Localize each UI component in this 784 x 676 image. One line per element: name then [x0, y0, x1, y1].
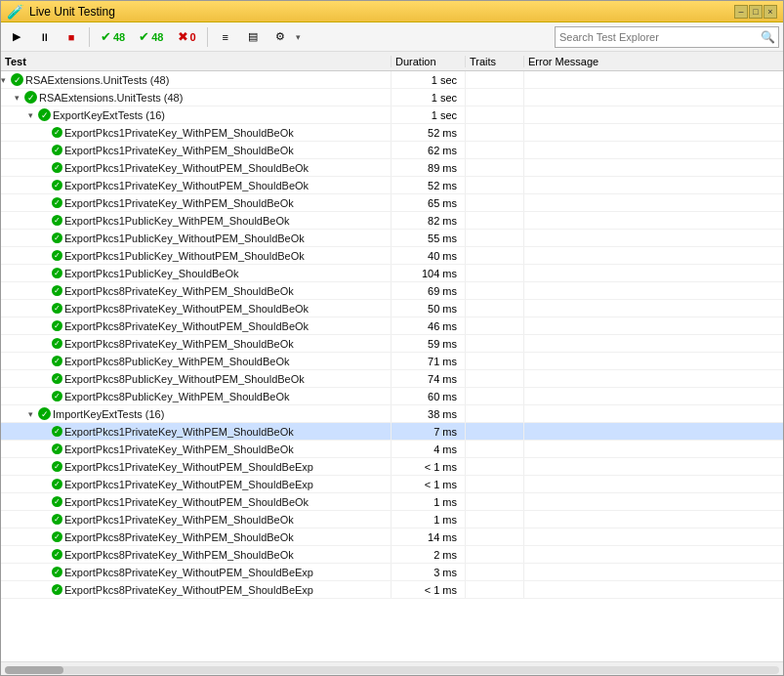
table-row[interactable]: ✓ExportPkcs8PrivateKey_WithPEM_ShouldBeO… — [1, 528, 783, 546]
test-name: ImportKeyExtTests (16) — [53, 408, 164, 420]
table-row[interactable]: ✓ExportPkcs1PrivateKey_WithoutPEM_Should… — [1, 177, 783, 194]
table-row[interactable]: ✓ExportPkcs1PrivateKey_WithoutPEM_Should… — [1, 458, 783, 476]
table-row[interactable]: ✓ExportPkcs8PrivateKey_WithoutPEM_Should… — [1, 581, 783, 599]
pass-icon: ✓ — [52, 285, 62, 296]
table-row[interactable]: ▾✓RSAExtensions.UnitTests (48)1 sec — [1, 89, 783, 106]
table-row[interactable]: ✓ExportPkcs1PrivateKey_WithPEM_ShouldBeO… — [1, 423, 783, 441]
table-row[interactable]: ✓ExportPkcs1PrivateKey_WithPEM_ShouldBeO… — [1, 142, 783, 159]
expand-arrow[interactable]: ▾ — [28, 110, 38, 120]
settings-button[interactable]: ⚙ — [268, 26, 292, 48]
duration-cell: 1 sec — [392, 71, 466, 88]
col-test-header[interactable]: Test — [1, 56, 392, 67]
traits-cell — [466, 177, 524, 193]
table-row[interactable]: ✓ExportPkcs8PublicKey_WithPEM_ShouldBeOk… — [1, 353, 783, 370]
traits-cell — [466, 564, 524, 580]
pass-icon: ✓ — [24, 91, 37, 104]
table-row[interactable]: ✓ExportPkcs8PrivateKey_WithoutPEM_Should… — [1, 564, 783, 581]
duration-cell: 1 ms — [392, 493, 466, 510]
pass-count-button[interactable]: ✔ 48 — [96, 26, 130, 48]
minimize-button[interactable]: – — [734, 5, 748, 19]
table-row[interactable]: ▾✓ImportKeyExtTests (16)38 ms — [1, 405, 783, 423]
maximize-button[interactable]: □ — [749, 5, 763, 19]
duration-cell: 38 ms — [392, 405, 466, 422]
close-button[interactable]: × — [763, 5, 777, 19]
test-name: ExportPkcs8PrivateKey_WithoutPEM_ShouldB… — [64, 303, 309, 315]
table-row[interactable]: ✓ExportPkcs8PublicKey_WithoutPEM_ShouldB… — [1, 370, 783, 388]
table-row[interactable]: ✓ExportPkcs8PrivateKey_WithoutPEM_Should… — [1, 300, 783, 317]
table-row[interactable]: ✓ExportPkcs1PrivateKey_WithoutPEM_Should… — [1, 476, 783, 493]
all-count: 48 — [151, 31, 163, 43]
horizontal-scrollbar[interactable] — [1, 661, 783, 676]
table-row[interactable]: ✓ExportPkcs1PrivateKey_WithPEM_ShouldBeO… — [1, 511, 783, 528]
table-row[interactable]: ✓ExportPkcs1PublicKey_WithoutPEM_ShouldB… — [1, 230, 783, 247]
pass-icon: ✓ — [38, 108, 51, 121]
table-row[interactable]: ✓ExportPkcs1PrivateKey_WithoutPEM_Should… — [1, 159, 783, 177]
table-row[interactable]: ▾✓ExportKeyExtTests (16)1 sec — [1, 106, 783, 124]
duration-cell: 74 ms — [392, 370, 466, 387]
table-row[interactable]: ✓ExportPkcs1PrivateKey_WithPEM_ShouldBeO… — [1, 124, 783, 142]
test-name: ExportPkcs1PublicKey_WithPEM_ShouldBeOk — [64, 215, 290, 227]
pass-icon: ✓ — [38, 407, 51, 420]
col-traits-header[interactable]: Traits — [466, 56, 524, 67]
duration-cell: 65 ms — [392, 194, 466, 211]
test-name: ExportPkcs8PrivateKey_WithoutPEM_ShouldB… — [64, 320, 309, 332]
table-row[interactable]: ✓ExportPkcs1PublicKey_WithoutPEM_ShouldB… — [1, 247, 783, 265]
search-input[interactable] — [556, 31, 757, 43]
table-row[interactable]: ✓ExportPkcs1PublicKey_WithPEM_ShouldBeOk… — [1, 212, 783, 230]
table-row[interactable]: ✓ExportPkcs8PrivateKey_WithoutPEM_Should… — [1, 317, 783, 335]
expand-arrow[interactable]: ▾ — [15, 93, 24, 103]
settings-arrow[interactable]: ▾ — [296, 32, 301, 42]
table-row[interactable]: ✓ExportPkcs8PrivateKey_WithPEM_ShouldBeO… — [1, 335, 783, 353]
pass-icon: ✓ — [52, 496, 62, 507]
duration-cell: 40 ms — [392, 247, 466, 264]
filter-button[interactable]: ≡ — [214, 26, 237, 48]
pass-icon: ✓ — [52, 232, 62, 243]
tree-container[interactable]: ▾✓RSAExtensions.UnitTests (48)1 sec▾✓RSA… — [1, 71, 783, 661]
pass-icon: ✓ — [52, 268, 62, 278]
traits-cell — [466, 317, 524, 334]
toolbar: ▶ ⏸ ■ ✔ 48 ✔ 48 ✖ 0 ≡ ▤ ⚙ ▾ 🔍 — [1, 22, 783, 52]
pause-button[interactable]: ⏸ — [32, 26, 56, 48]
col-duration-header[interactable]: Duration — [392, 56, 466, 67]
run-button[interactable]: ▶ — [5, 26, 28, 48]
table-row[interactable]: ✓ExportPkcs1PublicKey_ShouldBeOk104 ms — [1, 265, 783, 282]
traits-cell — [466, 476, 524, 492]
pass-icon: ✓ — [52, 180, 62, 190]
traits-cell — [466, 247, 524, 264]
pass-count: 48 — [113, 31, 125, 43]
pass-icon: ✓ — [52, 145, 62, 155]
playlist-button[interactable]: ▤ — [241, 26, 265, 48]
traits-cell — [466, 194, 524, 211]
table-row[interactable]: ✓ExportPkcs8PrivateKey_WithPEM_ShouldBeO… — [1, 282, 783, 300]
table-row[interactable]: ▾✓RSAExtensions.UnitTests (48)1 sec — [1, 71, 783, 89]
test-name: ExportPkcs1PrivateKey_WithPEM_ShouldBeOk — [64, 426, 294, 438]
col-error-header: Error Message — [524, 56, 783, 67]
fail-count-button[interactable]: ✖ 0 — [173, 26, 201, 48]
expand-arrow[interactable]: ▾ — [28, 409, 38, 419]
title-bar-text: Live Unit Testing — [29, 5, 734, 19]
duration-cell: 55 ms — [392, 230, 466, 246]
test-name: RSAExtensions.UnitTests (48) — [25, 74, 169, 86]
stop-button[interactable]: ■ — [60, 26, 83, 48]
duration-cell: < 1 ms — [392, 476, 466, 492]
table-row[interactable]: ✓ExportPkcs1PrivateKey_WithPEM_ShouldBeO… — [1, 441, 783, 458]
duration-cell: 60 ms — [392, 388, 466, 404]
expand-arrow[interactable]: ▾ — [1, 75, 11, 85]
duration-cell: 4 ms — [392, 441, 466, 457]
traits-cell — [466, 71, 524, 88]
table-row[interactable]: ✓ExportPkcs1PrivateKey_WithPEM_ShouldBeO… — [1, 194, 783, 212]
table-row[interactable]: ✓ExportPkcs8PrivateKey_WithPEM_ShouldBeO… — [1, 546, 783, 564]
table-row[interactable]: ✓ExportPkcs1PrivateKey_WithoutPEM_Should… — [1, 493, 783, 511]
search-icon[interactable]: 🔍 — [757, 26, 778, 48]
traits-cell — [466, 546, 524, 563]
test-name: ExportPkcs8PrivateKey_WithPEM_ShouldBeOk — [64, 531, 294, 543]
duration-cell: 82 ms — [392, 212, 466, 229]
traits-cell — [466, 441, 524, 457]
duration-cell: 14 ms — [392, 528, 466, 545]
title-bar: 🧪 Live Unit Testing – □ × — [1, 1, 783, 22]
traits-cell — [466, 230, 524, 246]
traits-cell — [466, 212, 524, 229]
all-count-button[interactable]: ✔ 48 — [134, 26, 168, 48]
table-row[interactable]: ✓ExportPkcs8PublicKey_WithPEM_ShouldBeOk… — [1, 388, 783, 405]
pass-icon: ✓ — [52, 391, 62, 401]
